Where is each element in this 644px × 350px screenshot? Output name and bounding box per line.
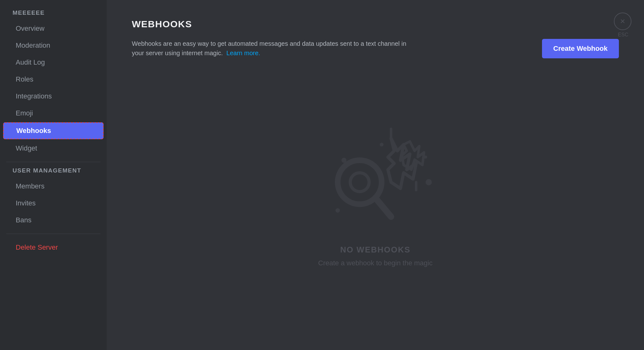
svg-point-6 [380, 143, 384, 146]
svg-point-1 [350, 173, 369, 192]
no-webhooks-illustration [319, 119, 432, 232]
description-row: Webhooks are an easy way to get automate… [132, 39, 619, 58]
empty-title: NO WEBHOOKS [340, 245, 411, 255]
sidebar-item-integrations[interactable]: Integrations [3, 88, 104, 104]
close-button[interactable]: × [614, 13, 631, 30]
sidebar-item-moderation[interactable]: Moderation [3, 38, 104, 53]
create-webhook-button[interactable]: Create Webhook [542, 39, 619, 58]
sidebar-item-delete-server[interactable]: Delete Server [3, 240, 104, 255]
esc-label: ESC [618, 32, 628, 38]
sidebar-item-widget[interactable]: Widget [3, 141, 104, 156]
svg-line-2 [375, 198, 391, 217]
svg-point-5 [341, 158, 346, 163]
sidebar-item-webhooks[interactable]: Webhooks [3, 122, 104, 139]
sidebar-divider-2 [6, 234, 100, 234]
svg-point-8 [335, 208, 340, 213]
svg-point-7 [426, 179, 432, 185]
main-content: × ESC WEBHOOKS Webhooks are an easy way … [107, 0, 644, 350]
sidebar-section-me: MEEEEEE [0, 9, 107, 20]
sidebar-divider-1 [6, 162, 100, 162]
sidebar-item-bans[interactable]: Bans [3, 212, 104, 228]
empty-subtitle: Create a webhook to begin the magic [318, 259, 432, 267]
sidebar-item-emoji[interactable]: Emoji [3, 105, 104, 121]
sidebar-item-overview[interactable]: Overview [3, 21, 104, 36]
sidebar-item-audit-log[interactable]: Audit Log [3, 55, 104, 70]
description-text: Webhooks are an easy way to get automate… [132, 39, 414, 58]
learn-more-link[interactable]: Learn more. [226, 50, 260, 56]
sidebar-section-user-management: USER MANAGEMENT [0, 167, 107, 178]
empty-state: NO WEBHOOKS Create a webhook to begin th… [132, 74, 619, 331]
sidebar: MEEEEEE Overview Moderation Audit Log Ro… [0, 0, 107, 350]
sidebar-item-invites[interactable]: Invites [3, 195, 104, 211]
sidebar-item-members[interactable]: Members [3, 178, 104, 194]
svg-point-9 [424, 156, 427, 159]
sidebar-item-roles[interactable]: Roles [3, 72, 104, 87]
description-body: Webhooks are an easy way to get automate… [132, 40, 406, 56]
page-title: WEBHOOKS [132, 19, 619, 29]
